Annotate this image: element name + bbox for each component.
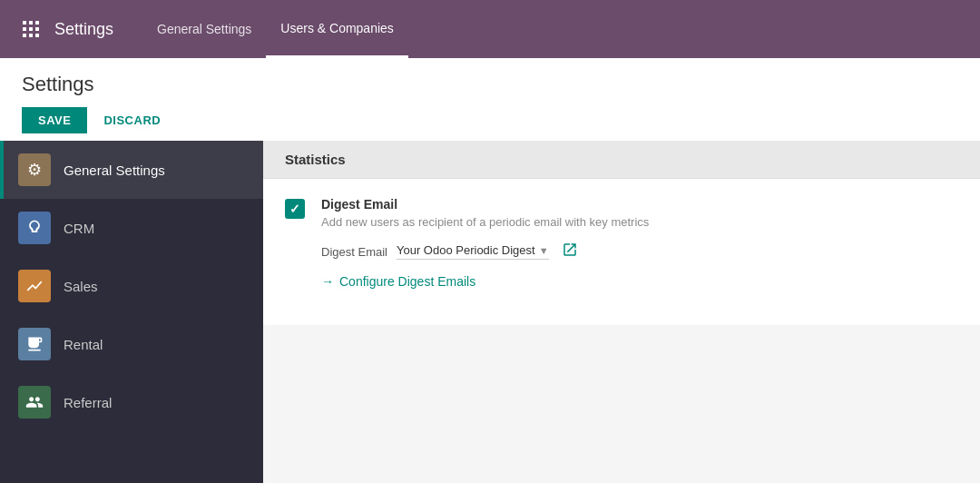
referral-icon: [18, 386, 51, 419]
grid-icon: [20, 18, 42, 40]
svg-rect-8: [35, 34, 39, 37]
configure-digest-emails-link[interactable]: → Configure Digest Emails: [321, 274, 958, 289]
general-settings-icon: ⚙: [18, 153, 51, 186]
configure-link-label: Configure Digest Emails: [339, 274, 475, 289]
discard-button[interactable]: DISCARD: [87, 107, 177, 133]
section-statistics-header: Statistics: [263, 141, 980, 179]
digest-select-value: Your Odoo Periodic Digest: [397, 243, 535, 257]
save-button[interactable]: SAVE: [22, 107, 87, 133]
digest-email-checkbox[interactable]: ✓: [285, 199, 305, 219]
svg-rect-3: [23, 27, 26, 31]
svg-rect-6: [23, 34, 26, 37]
sidebar-label-rental: Rental: [64, 337, 103, 352]
rental-icon: [18, 328, 51, 360]
crm-icon: [18, 212, 51, 244]
arrow-right-icon: →: [321, 274, 334, 289]
main-content: Statistics ✓ Digest Email Add new users …: [263, 141, 980, 483]
sidebar: ⚙ General Settings CRM Sales: [0, 141, 263, 483]
digest-select-wrapper[interactable]: Your Odoo Periodic Digest ▼: [397, 243, 549, 260]
sidebar-label-sales: Sales: [64, 279, 98, 294]
sidebar-label-general-settings: General Settings: [64, 163, 165, 178]
digest-email-setting: ✓ Digest Email Add new users as recipien…: [285, 197, 958, 289]
nav-general-settings[interactable]: General Settings: [142, 0, 266, 58]
svg-rect-2: [35, 21, 39, 25]
digest-email-content: Digest Email Add new users as recipient …: [321, 197, 958, 289]
digest-email-title: Digest Email: [321, 197, 958, 212]
svg-rect-7: [29, 34, 33, 37]
svg-rect-1: [29, 21, 33, 25]
external-link-icon[interactable]: [562, 242, 578, 261]
digest-email-description: Add new users as recipient of a periodic…: [321, 215, 958, 229]
page-header: Settings SAVE DISCARD: [0, 58, 980, 141]
sales-icon: [18, 270, 51, 302]
sidebar-item-sales[interactable]: Sales: [0, 257, 263, 315]
checkmark-icon: ✓: [289, 202, 300, 216]
dropdown-arrow-icon: ▼: [539, 245, 549, 256]
sidebar-item-rental[interactable]: Rental: [0, 315, 263, 373]
svg-rect-4: [29, 27, 33, 31]
digest-email-row: Digest Email Your Odoo Periodic Digest ▼: [321, 242, 958, 261]
sidebar-item-referral[interactable]: Referral: [0, 373, 263, 431]
svg-rect-0: [23, 21, 26, 25]
nav-users-companies[interactable]: Users & Companies: [266, 0, 408, 58]
main-layout: ⚙ General Settings CRM Sales: [0, 141, 980, 483]
sidebar-item-crm[interactable]: CRM: [0, 199, 263, 257]
sidebar-label-referral: Referral: [64, 395, 112, 410]
app-title: Settings: [54, 20, 113, 39]
top-navigation: Settings General Settings Users & Compan…: [0, 0, 980, 58]
sidebar-label-crm: CRM: [64, 221, 94, 236]
section-body: ✓ Digest Email Add new users as recipien…: [263, 179, 980, 325]
toolbar: SAVE DISCARD: [22, 107, 958, 133]
apps-menu-button[interactable]: [15, 13, 47, 45]
digest-email-checkbox-wrapper: ✓: [285, 199, 307, 221]
digest-email-label: Digest Email: [321, 245, 387, 259]
page-title: Settings: [22, 73, 958, 96]
svg-rect-5: [35, 27, 39, 31]
sidebar-item-general-settings[interactable]: ⚙ General Settings: [0, 141, 263, 199]
